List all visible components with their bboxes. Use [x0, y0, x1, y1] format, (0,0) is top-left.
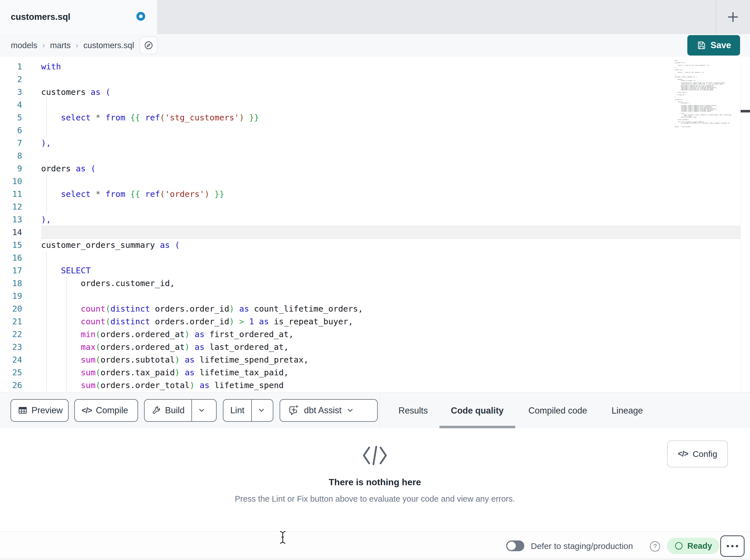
wrench-icon — [152, 406, 161, 415]
preview-button[interactable]: Preview — [11, 399, 68, 422]
defer-label: Defer to staging/production — [531, 532, 633, 560]
chevron-down-icon — [257, 407, 265, 414]
code-line-18[interactable]: 18 orders.customer_id, — [0, 277, 741, 290]
indent-guide — [46, 99, 47, 137]
build-dropdown-button[interactable] — [192, 400, 211, 421]
code-line-5[interactable]: 5 select * from {{ ref('stg_customers') … — [0, 111, 741, 124]
code-line-6[interactable]: 6 — [0, 124, 741, 137]
dbt-assist-button[interactable]: dbt Assist — [280, 399, 378, 422]
tab-compiled-code[interactable]: Compiled code — [529, 393, 587, 429]
code-line-16[interactable]: 16 — [0, 251, 741, 264]
code-text: ), — [41, 213, 741, 226]
code-line-22[interactable]: 22 min(orders.ordered_at) as first_order… — [0, 328, 741, 341]
tab-bar: customers.sql — [0, 0, 750, 34]
line-number: 17 — [0, 264, 22, 277]
lint-button[interactable]: Lint — [223, 399, 273, 422]
tab-code-quality-label: Code quality — [451, 406, 504, 416]
code-text: count(distinct orders.order_id) > 1 as i… — [41, 315, 741, 328]
code-text: select * from {{ ref('stg_customers') }} — [41, 111, 741, 124]
tab-lineage[interactable]: Lineage — [612, 393, 643, 429]
code-editor[interactable]: 1with23customers as (45 select * from {{… — [0, 57, 750, 392]
code-line-14[interactable]: 14 — [0, 226, 741, 239]
code-line-20[interactable]: 20 count(distinct orders.order_id) as co… — [0, 303, 741, 315]
code-line-11[interactable]: 11 select * from {{ ref('orders') }} — [0, 188, 741, 201]
overflow-menu-button[interactable] — [720, 535, 745, 557]
code-line-17[interactable]: 17 SELECT — [0, 264, 741, 277]
code-line-21[interactable]: 21 count(distinct orders.order_id) > 1 a… — [0, 315, 741, 328]
lint-button-label: Lint — [230, 405, 244, 416]
breadcrumb-separator: › — [42, 41, 45, 50]
code-text — [41, 73, 741, 86]
preview-button-label: Preview — [32, 405, 63, 416]
code-line-12[interactable]: 12 — [0, 201, 741, 213]
empty-state: There is nothing here Press the Lint or … — [191, 445, 559, 504]
dbt-ide-window: customers.sql models › marts › customers… — [0, 0, 750, 560]
compile-button-label: Compile — [96, 405, 128, 416]
code-line-9[interactable]: 9orders as ( — [0, 162, 741, 175]
line-number: 9 — [0, 162, 22, 175]
scrollbar-thumb[interactable] — [741, 110, 750, 112]
chevron-down-icon — [346, 407, 354, 414]
code-text: sum(orders.subtotal) as lifetime_spend_p… — [41, 353, 741, 366]
code-quality-panel: There is nothing here Press the Lint or … — [0, 428, 750, 532]
code-line-3[interactable]: 3customers as ( — [0, 86, 741, 99]
tab-lineage-label: Lineage — [612, 406, 643, 416]
line-number: 7 — [0, 137, 22, 149]
breadcrumb-marts[interactable]: marts — [50, 41, 71, 50]
code-line-8[interactable]: 8 — [0, 149, 741, 162]
code-line-1[interactable]: 1with — [0, 60, 741, 73]
code-line-4[interactable]: 4 — [0, 99, 741, 111]
code-icon — [361, 445, 389, 466]
code-line-13[interactable]: 13), — [0, 213, 741, 226]
line-number: 15 — [0, 239, 22, 251]
code-icon: </> — [678, 450, 688, 458]
line-number: 13 — [0, 213, 22, 226]
compile-button[interactable]: </> Compile — [74, 399, 138, 422]
code-text — [41, 251, 741, 264]
status-circle-icon — [674, 541, 683, 551]
file-tab-customers-sql[interactable]: customers.sql — [0, 0, 157, 34]
help-icon[interactable]: ? — [650, 541, 660, 552]
file-tab-label: customers.sql — [11, 12, 70, 22]
tab-code-quality[interactable]: Code quality — [451, 393, 504, 429]
code-text: with — [41, 60, 741, 73]
code-text: customer_orders_summary as ( — [41, 239, 741, 251]
code-line-26[interactable]: 26 sum(orders.order_total) as lifetime_s… — [0, 379, 741, 392]
code-text: max(orders.ordered_at) as last_ordered_a… — [41, 341, 741, 353]
breadcrumb-models[interactable]: models — [11, 41, 37, 50]
config-button[interactable]: </> Config — [667, 440, 728, 468]
code-line-7[interactable]: 7), — [0, 137, 741, 149]
code-lines: 1with23customers as (45 select * from {{… — [0, 60, 741, 392]
breadcrumb-bar: models › marts › customers.sql Save — [0, 34, 750, 57]
code-text — [41, 99, 741, 111]
code-text — [41, 201, 741, 213]
line-number: 19 — [0, 290, 22, 303]
code-line-19[interactable]: 19 — [0, 290, 741, 303]
window-bottom-edge — [0, 558, 750, 560]
code-line-25[interactable]: 25 sum(orders.tax_paid) as lifetime_tax_… — [0, 366, 741, 379]
new-tab-button[interactable] — [725, 9, 741, 25]
code-text: select * from {{ ref('orders') }} — [41, 188, 741, 201]
code-line-15[interactable]: 15customer_orders_summary as ( — [0, 239, 741, 251]
defer-toggle[interactable] — [506, 540, 524, 551]
indent-guide — [46, 251, 47, 392]
status-badge: Ready — [667, 538, 719, 554]
code-line-24[interactable]: 24 sum(orders.subtotal) as lifetime_spen… — [0, 353, 741, 366]
lint-dropdown-button[interactable] — [252, 400, 271, 421]
code-line-10[interactable]: 10 — [0, 175, 741, 188]
compass-icon — [143, 40, 154, 50]
save-button[interactable]: Save — [687, 35, 740, 56]
line-number: 3 — [0, 86, 22, 99]
code-line-23[interactable]: 23 max(orders.ordered_at) as last_ordere… — [0, 341, 741, 353]
build-button[interactable]: Build — [144, 399, 217, 422]
line-number: 8 — [0, 149, 22, 162]
line-number: 23 — [0, 341, 22, 353]
editor-minimap[interactable]: with customers as ( select * from {{ ref… — [675, 60, 738, 127]
code-line-2[interactable]: 2 — [0, 73, 741, 86]
code-text: orders as ( — [41, 162, 741, 175]
breadcrumb-file[interactable]: customers.sql — [83, 41, 134, 50]
open-in-explorer-button[interactable] — [139, 36, 158, 55]
editor-toolbar: Preview </> Compile Build Lint — [0, 392, 750, 428]
code-text — [41, 175, 741, 188]
tab-results[interactable]: Results — [398, 393, 428, 429]
